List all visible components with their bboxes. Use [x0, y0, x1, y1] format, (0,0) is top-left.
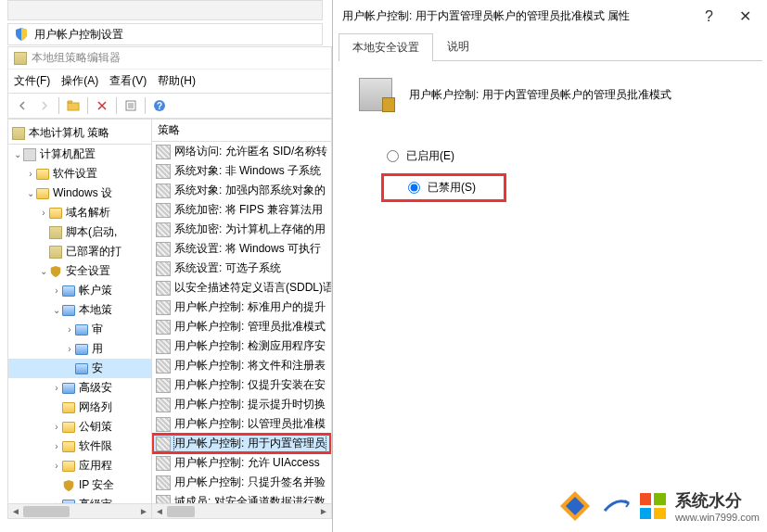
tree-node-label: 公钥策 [79, 419, 112, 435]
nav-back-button[interactable] [12, 95, 32, 116]
tree-node[interactable]: ›公钥策 [8, 417, 151, 437]
menu-action[interactable]: 操作(A) [61, 73, 98, 89]
tree-node-label: 应用程 [79, 458, 112, 474]
caret-down-icon[interactable]: ⌄ [12, 149, 23, 159]
policy-list-item[interactable]: 用户帐户控制: 提示提升时切换 [152, 395, 331, 414]
tree-node[interactable]: ›软件设置 [8, 164, 151, 184]
tree-node[interactable]: 已部署的打 [8, 242, 151, 261]
caret-down-icon[interactable]: ⌄ [38, 266, 49, 276]
policy-list-item[interactable]: 系统设置: 将 Windows 可执行 [152, 239, 331, 259]
policy-item-icon [156, 339, 171, 354]
tree-node[interactable]: ›用 [8, 339, 151, 359]
dialog-help-button[interactable]: ? [705, 8, 713, 25]
policy-list-item[interactable]: 用户帐户控制: 用于内置管理员 [152, 434, 331, 453]
menu-view[interactable]: 查看(V) [109, 73, 147, 89]
dialog-close-button[interactable]: ✕ [732, 7, 759, 25]
caret-right-icon[interactable]: › [38, 208, 49, 218]
caret-down-icon[interactable]: ⌄ [25, 188, 36, 198]
caret-right-icon[interactable]: › [64, 324, 75, 335]
policy-list-item[interactable]: 用户帐户控制: 将文件和注册表 [152, 356, 331, 375]
tree-node[interactable]: 网络列 [8, 398, 151, 417]
list-panel[interactable]: 策略 网络访问: 允许匿名 SID/名称转系统对象: 非 Windows 子系统… [152, 120, 331, 518]
menu-file[interactable]: 文件(F) [14, 73, 50, 89]
menu-help[interactable]: 帮助(H) [158, 73, 196, 89]
policy-list-item[interactable]: 系统加密: 为计算机上存储的用 [152, 220, 331, 239]
tree-node[interactable]: IP 安全 [8, 475, 151, 495]
policy-list-item[interactable]: 系统对象: 加强内部系统对象的 [152, 181, 331, 200]
policy-list-item[interactable]: 用户帐户控制: 标准用户的提升 [152, 298, 331, 317]
tree-node[interactable]: ⌄安全设置 [8, 261, 151, 281]
properties-button[interactable] [121, 95, 141, 116]
radio-enabled-row[interactable]: 已启用(E) [387, 148, 714, 164]
policy-list-item[interactable]: 系统加密: 将 FIPS 兼容算法用 [152, 200, 331, 220]
policy-list-item[interactable]: 以安全描述符定义语言(SDDL)语 [152, 278, 331, 298]
caret-right-icon[interactable]: › [64, 344, 75, 354]
policy-list-item[interactable]: 用户帐户控制: 允许 UIAccess [152, 453, 331, 473]
policy-list-item[interactable]: 用户帐户控制: 管理员批准模式 [152, 317, 331, 336]
policy-item-label: 用户帐户控制: 仅提升安装在安 [174, 377, 326, 393]
tree-panel[interactable]: 本地计算机 策略 ⌄计算机配置›软件设置⌄Windows 设›域名解析脚本(启动… [8, 120, 152, 518]
policy-list-item[interactable]: 网络访问: 允许匿名 SID/名称转 [152, 142, 331, 161]
caret-down-icon[interactable]: ⌄ [51, 305, 62, 315]
tab-explanation[interactable]: 说明 [433, 32, 483, 60]
policy-icon [49, 226, 62, 239]
caret-right-icon[interactable]: › [51, 285, 62, 296]
caret-right-icon[interactable]: › [25, 169, 36, 179]
scroll-right-icon[interactable]: ► [136, 504, 151, 519]
list-hscrollbar[interactable]: ◄ ► [152, 503, 331, 518]
policy-item-icon [156, 300, 171, 315]
gpe-toolbar: ? [8, 93, 331, 119]
up-folder-button[interactable] [63, 95, 83, 116]
tree-node-label: 软件限 [79, 438, 112, 454]
tree-node[interactable]: ›审 [8, 320, 151, 339]
tree-node[interactable]: ⌄Windows 设 [8, 184, 151, 203]
tab-local-security[interactable]: 本地安全设置 [339, 33, 433, 61]
tree-node[interactable]: ⌄计算机配置 [8, 145, 151, 164]
tree-node[interactable]: 安 [8, 359, 151, 378]
tree-header: 本地计算机 策略 [8, 122, 151, 145]
caret-right-icon[interactable]: › [51, 422, 62, 432]
radio-enabled[interactable] [387, 150, 399, 162]
policy-list-item[interactable]: 用户帐户控制: 以管理员批准模 [152, 414, 331, 434]
scroll-left-icon[interactable]: ◄ [8, 504, 23, 519]
policy-list-item[interactable]: 用户帐户控制: 只提升签名并验 [152, 473, 331, 492]
scroll-left-icon[interactable]: ◄ [152, 504, 167, 519]
radio-disabled[interactable] [408, 182, 420, 194]
properties-dialog: 用户帐户控制: 用于内置管理员帐户的管理员批准模式 属性 ? ✕ 本地安全设置 … [332, 0, 767, 532]
tree-node[interactable]: ›高级安 [8, 378, 151, 398]
tree-hscrollbar[interactable]: ◄ ► [8, 503, 151, 518]
policy-item-label: 系统对象: 非 Windows 子系统 [174, 163, 321, 179]
scroll-right-icon[interactable]: ► [316, 504, 331, 519]
nav-fwd-button[interactable] [34, 95, 55, 116]
list-header[interactable]: 策略 [152, 120, 331, 142]
tree-node-label: 安全设置 [66, 263, 110, 279]
tree-node[interactable]: ›帐户策 [8, 281, 151, 300]
policy-list-item[interactable]: 用户帐户控制: 仅提升安装在安 [152, 375, 331, 395]
tree-node-label: 安 [92, 361, 103, 376]
help-button[interactable]: ? [149, 95, 170, 116]
policy-list-item[interactable]: 系统设置: 可选子系统 [152, 259, 331, 278]
tree-node[interactable]: ›应用程 [8, 456, 151, 475]
caret-right-icon[interactable]: › [51, 461, 62, 471]
shield-icon [14, 27, 29, 42]
tree-node-label: 脚本(启动, [66, 224, 117, 240]
policy-list-item[interactable]: 用户帐户控制: 检测应用程序安 [152, 336, 331, 356]
tree-node[interactable]: ›软件限 [8, 437, 151, 456]
policy-list-item[interactable]: 系统对象: 非 Windows 子系统 [152, 161, 331, 181]
tree-node[interactable]: ›域名解析 [8, 203, 151, 222]
policy-item-label: 网络访问: 允许匿名 SID/名称转 [174, 144, 327, 159]
delete-button[interactable] [92, 95, 112, 116]
tree-node[interactable]: 脚本(启动, [8, 222, 151, 242]
uac-title: 用户帐户控制设置 [34, 27, 123, 43]
tree-node-label: 网络列 [79, 399, 112, 415]
policy-item-label: 系统加密: 为计算机上存储的用 [174, 222, 326, 237]
folder-icon [36, 188, 49, 199]
policy-item-label: 用户帐户控制: 允许 UIAccess [174, 455, 320, 471]
server-icon [359, 78, 392, 111]
caret-right-icon[interactable]: › [51, 383, 62, 393]
folder-icon [62, 285, 75, 297]
tree-node[interactable]: ⌄本地策 [8, 300, 151, 320]
caret-right-icon[interactable]: › [51, 441, 62, 451]
folder-icon [62, 422, 75, 433]
gpe-menubar: 文件(F) 操作(A) 查看(V) 帮助(H) [8, 70, 331, 93]
